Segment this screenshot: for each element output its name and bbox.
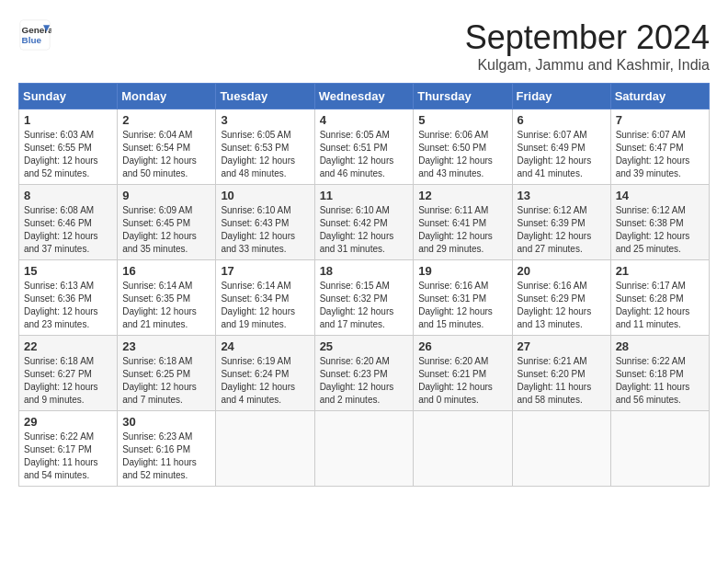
day-info: Sunrise: 6:18 AM Sunset: 6:25 PM Dayligh… [122, 355, 210, 407]
month-title: September 2024 [465, 18, 710, 57]
calendar-cell: 28Sunrise: 6:22 AM Sunset: 6:18 PM Dayli… [610, 336, 709, 411]
day-number: 5 [418, 113, 506, 127]
day-number: 25 [320, 339, 409, 353]
calendar-table: SundayMondayTuesdayWednesdayThursdayFrid… [18, 83, 710, 487]
calendar-cell [414, 411, 512, 487]
day-info: Sunrise: 6:12 AM Sunset: 6:38 PM Dayligh… [616, 204, 704, 256]
day-number: 13 [518, 189, 606, 202]
day-number: 18 [320, 264, 409, 278]
day-info: Sunrise: 6:04 AM Sunset: 6:54 PM Dayligh… [122, 129, 210, 180]
calendar-cell: 14Sunrise: 6:12 AM Sunset: 6:38 PM Dayli… [610, 185, 709, 260]
calendar-cell: 1Sunrise: 6:03 AM Sunset: 6:55 PM Daylig… [19, 109, 118, 185]
day-info: Sunrise: 6:11 AM Sunset: 6:41 PM Dayligh… [418, 204, 506, 256]
day-number: 21 [616, 264, 704, 278]
day-number: 6 [518, 113, 606, 127]
calendar-cell: 16Sunrise: 6:14 AM Sunset: 6:35 PM Dayli… [118, 260, 216, 336]
day-number: 10 [221, 189, 309, 202]
calendar-cell: 24Sunrise: 6:19 AM Sunset: 6:24 PM Dayli… [216, 336, 314, 411]
calendar-cell: 15Sunrise: 6:13 AM Sunset: 6:36 PM Dayli… [19, 260, 118, 336]
calendar-cell: 12Sunrise: 6:11 AM Sunset: 6:41 PM Dayli… [414, 185, 512, 260]
day-info: Sunrise: 6:09 AM Sunset: 6:45 PM Dayligh… [122, 204, 210, 256]
calendar-week-5: 29Sunrise: 6:22 AM Sunset: 6:17 PM Dayli… [19, 411, 710, 487]
day-number: 14 [616, 189, 704, 202]
day-info: Sunrise: 6:21 AM Sunset: 6:20 PM Dayligh… [518, 355, 606, 407]
logo-icon: General Blue [18, 18, 51, 52]
day-info: Sunrise: 6:18 AM Sunset: 6:27 PM Dayligh… [24, 355, 112, 407]
calendar-cell: 22Sunrise: 6:18 AM Sunset: 6:27 PM Dayli… [19, 336, 118, 411]
day-header-friday: Friday [512, 84, 610, 109]
day-info: Sunrise: 6:10 AM Sunset: 6:43 PM Dayligh… [221, 204, 309, 256]
calendar-cell: 5Sunrise: 6:06 AM Sunset: 6:50 PM Daylig… [414, 109, 512, 185]
calendar-body: 1Sunrise: 6:03 AM Sunset: 6:55 PM Daylig… [19, 109, 710, 487]
day-info: Sunrise: 6:05 AM Sunset: 6:51 PM Dayligh… [320, 129, 409, 180]
day-number: 2 [122, 113, 210, 127]
day-number: 30 [122, 415, 210, 429]
day-info: Sunrise: 6:15 AM Sunset: 6:32 PM Dayligh… [320, 280, 409, 331]
calendar-cell [314, 411, 414, 487]
day-info: Sunrise: 6:06 AM Sunset: 6:50 PM Dayligh… [418, 129, 506, 180]
day-info: Sunrise: 6:23 AM Sunset: 6:16 PM Dayligh… [122, 431, 210, 482]
day-number: 19 [418, 264, 506, 278]
day-number: 20 [518, 264, 606, 278]
calendar-cell: 26Sunrise: 6:20 AM Sunset: 6:21 PM Dayli… [414, 336, 512, 411]
day-info: Sunrise: 6:20 AM Sunset: 6:21 PM Dayligh… [418, 355, 506, 407]
calendar-cell [512, 411, 610, 487]
day-info: Sunrise: 6:22 AM Sunset: 6:18 PM Dayligh… [616, 355, 704, 407]
day-number: 22 [24, 339, 112, 353]
day-number: 23 [122, 339, 210, 353]
day-number: 11 [320, 189, 409, 202]
calendar-cell: 30Sunrise: 6:23 AM Sunset: 6:16 PM Dayli… [118, 411, 216, 487]
logo: General Blue [18, 18, 55, 52]
day-info: Sunrise: 6:05 AM Sunset: 6:53 PM Dayligh… [221, 129, 309, 180]
day-info: Sunrise: 6:14 AM Sunset: 6:34 PM Dayligh… [221, 280, 309, 331]
day-header-monday: Monday [118, 84, 216, 109]
calendar-cell: 3Sunrise: 6:05 AM Sunset: 6:53 PM Daylig… [216, 109, 314, 185]
day-info: Sunrise: 6:16 AM Sunset: 6:31 PM Dayligh… [418, 280, 506, 331]
calendar-header-row: SundayMondayTuesdayWednesdayThursdayFrid… [19, 84, 710, 109]
calendar-cell: 10Sunrise: 6:10 AM Sunset: 6:43 PM Dayli… [216, 185, 314, 260]
day-info: Sunrise: 6:07 AM Sunset: 6:47 PM Dayligh… [616, 129, 704, 180]
day-number: 28 [616, 339, 704, 353]
calendar-cell: 6Sunrise: 6:07 AM Sunset: 6:49 PM Daylig… [512, 109, 610, 185]
day-info: Sunrise: 6:13 AM Sunset: 6:36 PM Dayligh… [24, 280, 112, 331]
calendar-cell: 7Sunrise: 6:07 AM Sunset: 6:47 PM Daylig… [610, 109, 709, 185]
day-number: 12 [418, 189, 506, 202]
day-info: Sunrise: 6:12 AM Sunset: 6:39 PM Dayligh… [518, 204, 606, 256]
day-header-tuesday: Tuesday [216, 84, 314, 109]
calendar-cell: 27Sunrise: 6:21 AM Sunset: 6:20 PM Dayli… [512, 336, 610, 411]
calendar-cell: 25Sunrise: 6:20 AM Sunset: 6:23 PM Dayli… [314, 336, 414, 411]
day-info: Sunrise: 6:19 AM Sunset: 6:24 PM Dayligh… [221, 355, 309, 407]
day-number: 3 [221, 113, 309, 127]
calendar-cell: 8Sunrise: 6:08 AM Sunset: 6:46 PM Daylig… [19, 185, 118, 260]
day-info: Sunrise: 6:07 AM Sunset: 6:49 PM Dayligh… [518, 129, 606, 180]
calendar-cell: 23Sunrise: 6:18 AM Sunset: 6:25 PM Dayli… [118, 336, 216, 411]
day-number: 29 [24, 415, 112, 429]
calendar-cell: 17Sunrise: 6:14 AM Sunset: 6:34 PM Dayli… [216, 260, 314, 336]
calendar-week-3: 15Sunrise: 6:13 AM Sunset: 6:36 PM Dayli… [19, 260, 710, 336]
day-number: 4 [320, 113, 409, 127]
calendar-week-4: 22Sunrise: 6:18 AM Sunset: 6:27 PM Dayli… [19, 336, 710, 411]
calendar-week-1: 1Sunrise: 6:03 AM Sunset: 6:55 PM Daylig… [19, 109, 710, 185]
day-info: Sunrise: 6:22 AM Sunset: 6:17 PM Dayligh… [24, 431, 112, 482]
day-number: 15 [24, 264, 112, 278]
calendar-cell: 9Sunrise: 6:09 AM Sunset: 6:45 PM Daylig… [118, 185, 216, 260]
day-info: Sunrise: 6:20 AM Sunset: 6:23 PM Dayligh… [320, 355, 409, 407]
day-number: 26 [418, 339, 506, 353]
title-block: September 2024 Kulgam, Jammu and Kashmir… [465, 18, 710, 74]
day-info: Sunrise: 6:03 AM Sunset: 6:55 PM Dayligh… [24, 129, 112, 180]
day-number: 1 [24, 113, 112, 127]
calendar-cell: 13Sunrise: 6:12 AM Sunset: 6:39 PM Dayli… [512, 185, 610, 260]
svg-text:Blue: Blue [22, 35, 42, 45]
day-header-thursday: Thursday [414, 84, 512, 109]
day-info: Sunrise: 6:14 AM Sunset: 6:35 PM Dayligh… [122, 280, 210, 331]
day-header-saturday: Saturday [610, 84, 709, 109]
day-number: 27 [518, 339, 606, 353]
day-number: 16 [122, 264, 210, 278]
calendar-cell: 18Sunrise: 6:15 AM Sunset: 6:32 PM Dayli… [314, 260, 414, 336]
day-number: 17 [221, 264, 309, 278]
day-header-sunday: Sunday [19, 84, 118, 109]
day-number: 8 [24, 189, 112, 202]
day-number: 24 [221, 339, 309, 353]
calendar-cell: 29Sunrise: 6:22 AM Sunset: 6:17 PM Dayli… [19, 411, 118, 487]
calendar-cell: 21Sunrise: 6:17 AM Sunset: 6:28 PM Dayli… [610, 260, 709, 336]
